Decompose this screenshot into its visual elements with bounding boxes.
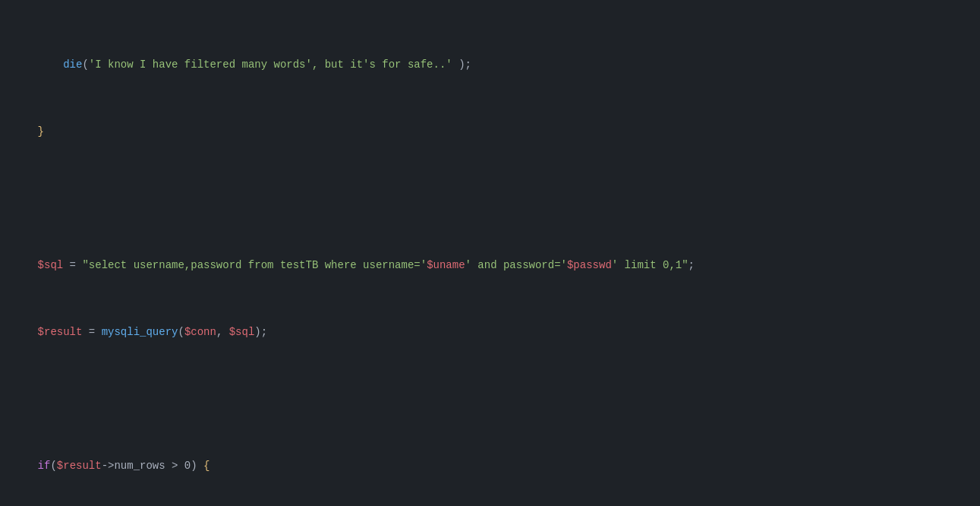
code-line <box>0 391 980 407</box>
code-line: die('I know I have filtered many words',… <box>0 56 980 73</box>
code-line: $sql = "select username,password from te… <box>0 257 980 274</box>
code-editor: die('I know I have filtered many words',… <box>0 0 980 506</box>
code-line: if($result->num_rows > 0) { <box>0 457 980 474</box>
code-line: } <box>0 123 980 140</box>
code-line: $result = mysqli_query($conn, $sql); <box>0 324 980 340</box>
code-line <box>0 190 980 207</box>
